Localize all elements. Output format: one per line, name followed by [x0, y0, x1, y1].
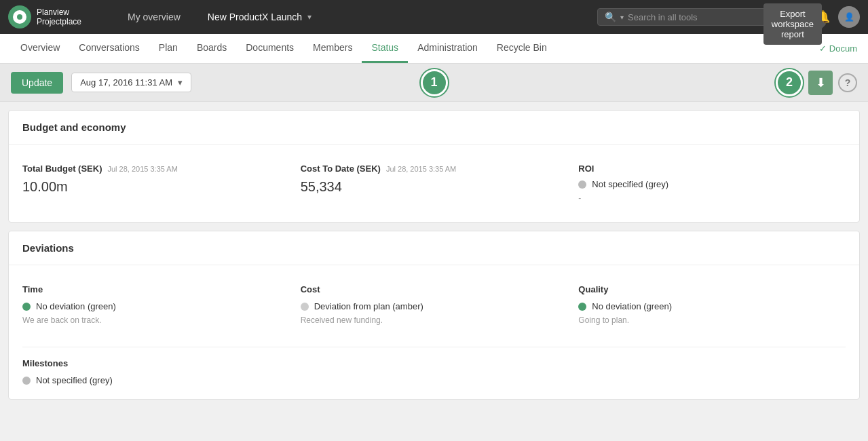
date-value: Aug 17, 2016 11:31 AM	[80, 77, 172, 88]
step-2-circle[interactable]: 2	[776, 69, 803, 96]
deviations-section: Deviations Time No deviation (green) We …	[8, 231, 860, 400]
toolbar: Update Aug 17, 2016 11:31 AM ▾ 1 2 ⬇ ?	[0, 64, 868, 102]
cost-to-date-label: Cost To Date (SEK) Jul 28, 2015 3:35 AM	[301, 164, 557, 174]
cost-to-date-col: Cost To Date (SEK) Jul 28, 2015 3:35 AM …	[290, 158, 568, 208]
avatar[interactable]: 👤	[838, 6, 860, 28]
total-budget-label: Total Budget (SEK) Jul 28, 2015 3:35 AM	[22, 164, 279, 174]
date-caret-icon: ▾	[178, 77, 183, 88]
total-budget-col: Total Budget (SEK) Jul 28, 2015 3:35 AM …	[22, 158, 290, 208]
cost-label: Cost	[301, 284, 557, 294]
update-button[interactable]: Update	[11, 72, 63, 94]
roi-col: ROI Not specified (grey) -	[567, 158, 846, 208]
budget-section: Budget and economy Total Budget (SEK) Ju…	[8, 110, 860, 223]
search-icon: 🔍	[605, 12, 616, 22]
total-budget-value: 10.00m	[22, 179, 279, 195]
my-overview-link[interactable]: My overview	[128, 12, 181, 22]
tab-members[interactable]: Members	[303, 34, 362, 63]
content: Budget and economy Total Budget (SEK) Ju…	[0, 110, 868, 400]
tab-recycle-bin[interactable]: Recycle Bin	[487, 34, 556, 63]
time-label: Time	[22, 284, 279, 294]
search-dropdown-arrow[interactable]: ▾	[620, 14, 624, 21]
time-status: No deviation (green)	[22, 301, 279, 311]
tab-administration[interactable]: Administration	[408, 34, 487, 63]
quality-status: No deviation (green)	[578, 301, 835, 311]
milestones-dot	[22, 377, 31, 385]
quality-label: Quality	[578, 284, 835, 294]
total-budget-timestamp: Jul 28, 2015 3:35 AM	[107, 165, 177, 173]
deviations-section-body: Time No deviation (green) We are back on…	[9, 265, 859, 399]
tab-conversations[interactable]: Conversations	[69, 34, 149, 63]
milestones-status: Not specified (grey)	[36, 375, 113, 385]
time-note: We are back on track.	[22, 315, 279, 325]
budget-section-body: Total Budget (SEK) Jul 28, 2015 3:35 AM …	[9, 145, 859, 222]
step-1-circle[interactable]: 1	[421, 69, 448, 96]
roi-sub: -	[578, 193, 835, 203]
search-bar[interactable]: 🔍 ▾	[597, 8, 787, 26]
logo-area[interactable]: Planview Projectplace	[8, 5, 117, 28]
deviations-section-title: Deviations	[9, 231, 859, 265]
toolbar-right: 2 ⬇ ?	[776, 69, 857, 96]
quality-note: Going to plan.	[578, 315, 835, 325]
project-name: New ProductX Launch	[208, 12, 302, 22]
cost-note: Received new funding.	[301, 315, 557, 325]
apps-icon[interactable]: ⠿	[793, 7, 807, 27]
deviations-row: Time No deviation (green) We are back on…	[22, 279, 846, 330]
date-selector[interactable]: Aug 17, 2016 11:31 AM ▾	[71, 73, 191, 92]
sub-nav: Overview Conversations Plan Boards Docum…	[0, 34, 868, 64]
time-col: Time No deviation (green) We are back on…	[22, 279, 290, 330]
cost-to-date-value: 55,334	[301, 179, 557, 195]
budget-section-title: Budget and economy	[9, 111, 859, 145]
chevron-down-icon: ▾	[307, 12, 312, 22]
milestones-row: Not specified (grey)	[22, 375, 846, 385]
milestones-area: Milestones Not specified (grey)	[22, 347, 846, 385]
download-button[interactable]: ⬇	[808, 71, 833, 95]
roi-dot	[578, 180, 586, 189]
time-dot	[22, 303, 31, 311]
help-button[interactable]: ?	[838, 73, 857, 92]
cost-status: Deviation from plan (amber)	[301, 301, 557, 311]
cost-to-date-timestamp: Jul 28, 2015 3:35 AM	[386, 165, 456, 173]
quality-dot	[578, 303, 586, 311]
tab-status[interactable]: Status	[362, 34, 408, 63]
search-input[interactable]	[628, 12, 780, 22]
quality-col: Quality No deviation (green) Going to pl…	[567, 279, 846, 330]
logo-text: Planview Projectplace	[37, 7, 81, 27]
project-selector[interactable]: New ProductX Launch ▾	[208, 12, 312, 22]
tab-plan[interactable]: Plan	[149, 34, 187, 63]
cost-col: Cost Deviation from plan (amber) Receive…	[290, 279, 568, 330]
milestones-label: Milestones	[22, 358, 846, 368]
doc-link[interactable]: Docum	[829, 43, 857, 54]
tab-documents[interactable]: Documents	[236, 34, 303, 63]
roi-status: Not specified (grey)	[578, 179, 835, 189]
doc-check: ✓ Docum	[819, 34, 857, 63]
tab-overview[interactable]: Overview	[11, 34, 69, 63]
top-nav-right: 🔍 ▾ ⠿ 🔔 👤	[597, 6, 860, 28]
roi-label: ROI	[578, 164, 835, 174]
logo-icon	[8, 5, 31, 28]
cost-dot	[301, 303, 309, 311]
top-nav: Planview Projectplace My overview New Pr…	[0, 0, 868, 34]
metrics-row: Total Budget (SEK) Jul 28, 2015 3:35 AM …	[22, 158, 846, 208]
tab-boards[interactable]: Boards	[187, 34, 236, 63]
notifications-icon[interactable]: 🔔	[812, 7, 833, 27]
